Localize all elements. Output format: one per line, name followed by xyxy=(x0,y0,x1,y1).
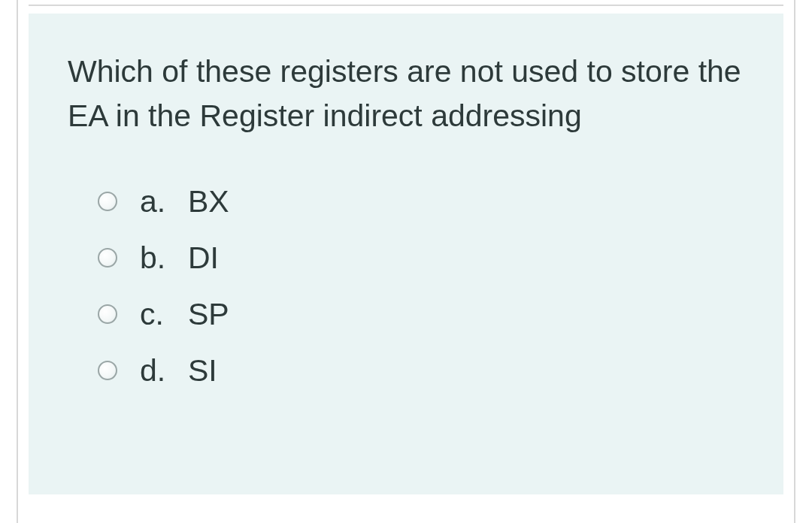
option-letter: b. xyxy=(140,240,188,276)
option-letter: d. xyxy=(140,353,188,388)
question-card: Which of these registers are not used to… xyxy=(29,14,783,494)
question-text: Which of these registers are not used to… xyxy=(68,50,744,139)
radio-icon[interactable] xyxy=(98,304,117,324)
option-b[interactable]: b. DI xyxy=(98,240,744,276)
option-d[interactable]: d. SI xyxy=(98,353,744,388)
options-list: a. BX b. DI c. SP d. SI xyxy=(68,184,744,388)
option-text: SP xyxy=(188,297,229,332)
radio-icon[interactable] xyxy=(98,192,117,211)
page-frame: Which of these registers are not used to… xyxy=(17,0,795,523)
radio-icon[interactable] xyxy=(98,361,117,380)
option-text: DI xyxy=(188,240,219,276)
option-text: BX xyxy=(188,184,229,219)
option-letter: a. xyxy=(140,184,188,219)
option-letter: c. xyxy=(140,297,188,332)
option-c[interactable]: c. SP xyxy=(98,297,744,332)
option-text: SI xyxy=(188,353,217,388)
option-a[interactable]: a. BX xyxy=(98,184,744,219)
top-divider xyxy=(29,5,783,6)
radio-icon[interactable] xyxy=(98,248,117,268)
